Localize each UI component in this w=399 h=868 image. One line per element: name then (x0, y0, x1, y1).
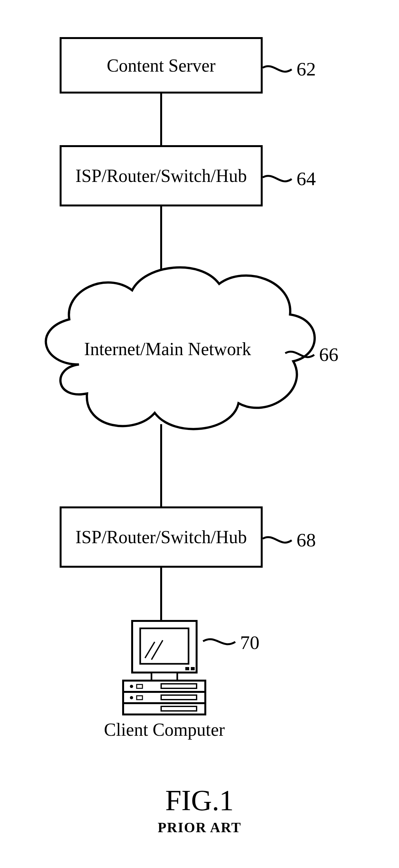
figure-caption: FIG.1 (0, 784, 399, 817)
svg-point-17 (130, 685, 133, 688)
svg-rect-11 (123, 681, 205, 692)
node-client-label: Client Computer (80, 719, 248, 740)
svg-rect-8 (185, 667, 189, 670)
ref-content-server: 62 (297, 58, 316, 80)
node-content-server: Content Server (60, 37, 263, 94)
svg-rect-15 (161, 695, 197, 700)
ref-isp-top: 64 (297, 168, 316, 190)
ref-internet: 66 (319, 343, 338, 366)
figure-subcaption: PRIOR ART (0, 819, 399, 836)
svg-rect-10 (152, 673, 177, 681)
svg-line-6 (145, 642, 155, 658)
svg-rect-14 (161, 684, 197, 688)
node-isp-bottom-label: ISP/Router/Switch/Hub (75, 527, 247, 547)
svg-line-7 (152, 640, 163, 660)
computer-icon (123, 621, 205, 714)
node-internet-label: Internet/Main Network (64, 339, 271, 359)
svg-rect-4 (132, 621, 197, 673)
ref-isp-bottom: 68 (297, 529, 316, 551)
node-isp-top-label: ISP/Router/Switch/Hub (75, 165, 247, 186)
svg-rect-18 (137, 684, 142, 688)
node-isp-bottom: ISP/Router/Switch/Hub (60, 506, 263, 568)
ref-client: 70 (240, 631, 260, 654)
svg-rect-20 (137, 696, 142, 700)
svg-rect-9 (191, 667, 195, 670)
svg-rect-12 (123, 692, 205, 703)
svg-point-19 (130, 696, 133, 699)
diagram-canvas: Content Server 62 ISP/Router/Switch/Hub … (0, 0, 399, 868)
node-isp-top: ISP/Router/Switch/Hub (60, 145, 263, 207)
node-content-server-label: Content Server (107, 55, 215, 76)
svg-rect-13 (123, 703, 205, 714)
svg-rect-16 (161, 706, 197, 711)
svg-rect-5 (140, 628, 189, 664)
